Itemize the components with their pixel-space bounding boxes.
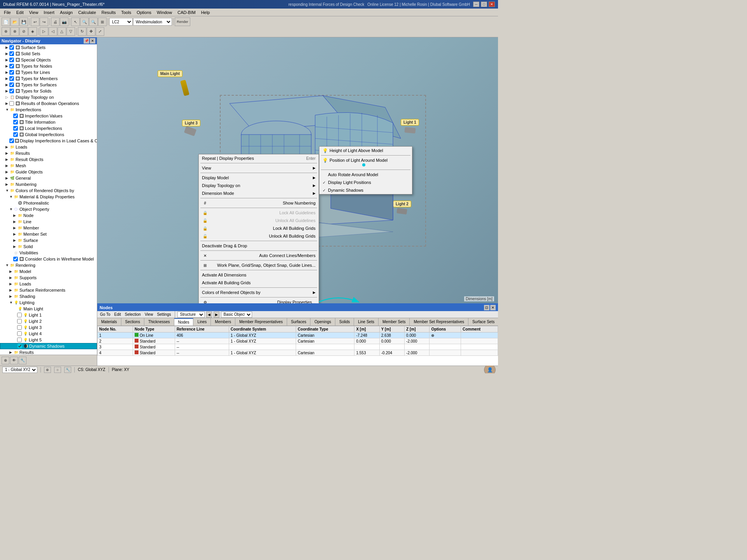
menu-window[interactable]: Window [154, 9, 174, 16]
bp-prev[interactable]: ◀ [206, 312, 212, 318]
tab-member-reps[interactable]: Member Representatives [235, 318, 287, 326]
ctx-colors-rendered[interactable]: Colors of Rendered Objects by ▶ [199, 289, 319, 296]
tb-print[interactable]: 🖨 [51, 18, 60, 26]
menu-calculate[interactable]: Calculate [76, 9, 98, 16]
nav-types-lines[interactable]: ▶🔲Types for Lines [0, 69, 97, 75]
nav-member-set[interactable]: ▶📁Member Set [0, 231, 97, 237]
ctx-deactivate-drag[interactable]: Deactivate Drag & Drop [199, 242, 319, 250]
sub-display-light-pos[interactable]: ✓ Display Light Positions [319, 178, 412, 186]
ctx-display-props[interactable]: ⚙ Display Properties... [199, 298, 319, 303]
nav-global-imperf[interactable]: 🔲Global Imperfections [0, 131, 97, 138]
bp-edit[interactable]: Edit [113, 312, 122, 317]
bp-view[interactable]: View [144, 312, 154, 317]
tb-r5[interactable]: ▷ [40, 27, 48, 36]
menu-results[interactable]: Results [99, 9, 118, 16]
tb-r8[interactable]: ▽ [67, 27, 75, 36]
nav-solid-sets[interactable]: ▶🔲Solid Sets [0, 51, 97, 57]
status-icon-3[interactable]: 🔧 [64, 367, 71, 373]
nav-btn-1[interactable]: ⊕ [2, 357, 9, 364]
menu-view[interactable]: View [27, 9, 41, 16]
ctx-activate-grids[interactable]: Activate All Building Grids [199, 279, 319, 287]
ctx-display-topology[interactable]: Display Topology on ▶ [199, 182, 319, 189]
tab-sections[interactable]: Sections [121, 318, 144, 326]
bp-float-btn[interactable]: ⊡ [484, 305, 489, 310]
nav-types-surfaces[interactable]: ▶🔲Types for Surfaces [0, 82, 97, 88]
nav-light5[interactable]: 💡Light 5 [0, 337, 97, 343]
menu-edit[interactable]: Edit [14, 9, 26, 16]
nav-line[interactable]: ▶📁Line [0, 219, 97, 225]
tab-member-sets[interactable]: Member Sets [379, 318, 410, 326]
tb-zoom-all[interactable]: ⊞ [98, 18, 107, 26]
nav-render-model[interactable]: ▶📁Model [0, 268, 97, 275]
ctx-lock-building[interactable]: 🔒 Lock All Building Grids [199, 224, 319, 232]
bp-goto[interactable]: Go To [99, 312, 112, 317]
nav-btn-3[interactable]: 🔧 [19, 357, 26, 364]
tab-thicknesses[interactable]: Thicknesses [144, 318, 174, 326]
nav-display-imperf[interactable]: 🔲Display Imperfections in Load Cases & C… [0, 138, 97, 144]
nav-imperfections[interactable]: ▼📁Imperfections [0, 107, 97, 113]
menu-insert[interactable]: Insert [41, 9, 57, 16]
tb-r6[interactable]: ◁ [49, 27, 57, 36]
tb-new[interactable]: 📄 [2, 18, 10, 26]
bp-structure-combo[interactable]: Structure [177, 312, 205, 318]
nav-mesh[interactable]: ▶📁Mesh [0, 163, 97, 169]
tb-r2[interactable]: ⊗ [11, 27, 19, 36]
tb-zoom-out[interactable]: 🔍 [89, 18, 98, 26]
menu-assign[interactable]: Assign [58, 9, 75, 16]
nav-surface-sets[interactable]: ▶🔲Surface Sets [0, 44, 97, 51]
ctx-activate-dims[interactable]: Activate All Dimensions [199, 271, 319, 279]
nav-local-imperf[interactable]: 🔲Local Imperfections [0, 125, 97, 131]
status-icon-1[interactable]: ⊕ [44, 367, 51, 373]
nav-types-nodes[interactable]: ▶🔲Types for Nodes [0, 63, 97, 69]
nav-title-info[interactable]: 🔲Title Information [0, 119, 97, 125]
viewport-3d[interactable]: Main Light Light 3 Light 5 Light 1 Light… [97, 37, 498, 303]
nav-main-light[interactable]: 💡Main Light [0, 306, 97, 312]
nav-dynamic-shadows[interactable]: 🌒Dynamic Shadows [0, 343, 97, 349]
nav-surf-reinf[interactable]: ▶📁Surface Reinforcements [0, 287, 97, 293]
nav-light3[interactable]: 💡Light 3 [0, 324, 97, 331]
tab-materials[interactable]: Materials [97, 318, 121, 326]
bp-next[interactable]: ▶ [214, 312, 219, 318]
ctx-view[interactable]: View ▶ [199, 164, 319, 172]
tab-line-sets[interactable]: Line Sets [354, 318, 379, 326]
tb-r4[interactable]: ◈ [28, 27, 37, 36]
nav-display-topology[interactable]: ▷📋Display Topology on [0, 94, 97, 100]
nav-general[interactable]: ▶🌿General [0, 175, 97, 181]
nav-imperf-values[interactable]: 🔲Imperfection Values [0, 113, 97, 119]
nav-render-results[interactable]: ▶📁Results [0, 349, 97, 355]
tb-rotate[interactable]: ↻ [78, 27, 86, 36]
nav-material-display[interactable]: ▼📁Material & Display Properties [0, 194, 97, 200]
bp-settings[interactable]: Settings [156, 312, 172, 317]
nav-shading[interactable]: ▶📁Shading [0, 293, 97, 299]
tb-move[interactable]: ✥ [87, 27, 95, 36]
menu-file[interactable]: File [2, 9, 13, 16]
menu-tools[interactable]: Tools [119, 9, 133, 16]
nav-solid[interactable]: ▶📁Solid [0, 243, 97, 250]
nav-object-property[interactable]: ▼⬡Object Property [0, 206, 97, 212]
nav-special-objects[interactable]: ▶🔲Special Objects [0, 57, 97, 63]
status-coord-combo[interactable]: 1 - Global XYZ [2, 367, 37, 373]
nav-light4[interactable]: 💡Light 4 [0, 331, 97, 337]
close-button[interactable]: ✕ [489, 2, 495, 7]
table-row[interactable]: 4 Standard -- 1 - Global XYZ Cartesian 1… [98, 350, 498, 356]
maximize-button[interactable]: □ [481, 2, 487, 7]
nav-light2[interactable]: 💡Light 2 [0, 318, 97, 324]
table-row[interactable]: 3 Standard -- [98, 344, 498, 350]
tb-scale[interactable]: ⤢ [96, 27, 104, 36]
ctx-display-model[interactable]: Display Model ▶ [199, 174, 319, 182]
nav-numbering[interactable]: ▶📁Numbering [0, 181, 97, 187]
menu-cadbim[interactable]: CAD-BIM [175, 9, 198, 16]
nav-types-solids[interactable]: ▶🔲Types for Solids [0, 88, 97, 94]
nav-btn-2[interactable]: 👁 [10, 357, 18, 364]
nav-result-objects[interactable]: ▶📁Result Objects [0, 156, 97, 163]
nav-unpin[interactable]: 📌 [84, 38, 89, 44]
nav-light1[interactable]: 💡Light 1 [0, 312, 97, 318]
nav-member[interactable]: ▶📁Member [0, 225, 97, 231]
nav-colors-rendered[interactable]: ▼📁Colors of Rendered Objects by [0, 187, 97, 194]
nav-visibilities[interactable]: ◎Visibilities [0, 250, 97, 256]
nav-loads[interactable]: ▶📁Loads [0, 144, 97, 150]
lc-combo[interactable]: LC2 [109, 18, 133, 26]
sub-dynamic-shadows[interactable]: ✓ Dynamic Shadows [319, 186, 412, 194]
nav-results[interactable]: ▶📁Results [0, 150, 97, 156]
wind-combo[interactable]: Windsimulation [133, 18, 172, 26]
